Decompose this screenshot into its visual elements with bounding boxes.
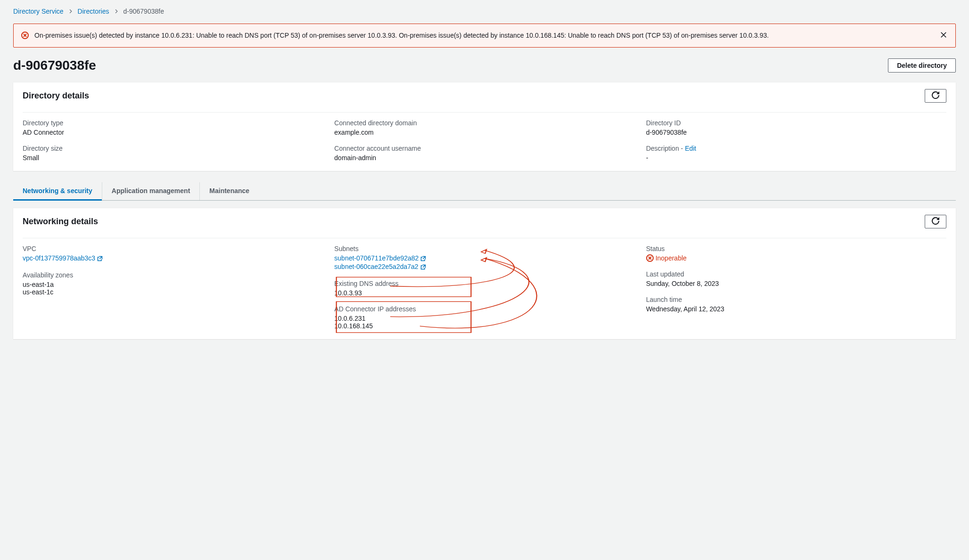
- dns-value: 10.0.3.93: [334, 289, 634, 297]
- delete-directory-button[interactable]: Delete directory: [888, 58, 956, 73]
- external-link-icon: [420, 255, 426, 263]
- username-label: Connector account username: [334, 145, 634, 152]
- launch-time-label: Launch time: [646, 296, 946, 303]
- error-icon: [21, 32, 29, 41]
- alert-message: On-premises issue(s) detected by instanc…: [34, 31, 934, 41]
- refresh-icon: [932, 91, 939, 99]
- refresh-icon: [932, 217, 939, 225]
- external-link-icon: [97, 255, 103, 263]
- adip-values: 10.0.6.231 10.0.168.145: [334, 315, 634, 330]
- last-updated-label: Last updated: [646, 270, 946, 278]
- last-updated-value: Sunday, October 8, 2023: [646, 280, 946, 287]
- status-label: Status: [646, 245, 946, 252]
- launch-time-value: Wednesday, April 12, 2023: [646, 305, 946, 313]
- breadcrumb-service-link[interactable]: Directory Service: [13, 8, 64, 15]
- domain-value: example.com: [334, 129, 634, 136]
- breadcrumb-directories-link[interactable]: Directories: [78, 8, 109, 15]
- directory-details-header: Directory details: [23, 91, 89, 101]
- domain-label: Connected directory domain: [334, 119, 634, 127]
- directory-id-label: Directory ID: [646, 119, 946, 127]
- adip-label: AD Connector IP addresses: [334, 305, 634, 313]
- networking-details-header: Networking details: [23, 217, 98, 227]
- username-value: domain-admin: [334, 154, 634, 162]
- close-icon[interactable]: [939, 31, 948, 41]
- refresh-button[interactable]: [925, 215, 946, 228]
- dns-label: Existing DNS address: [334, 280, 634, 287]
- chevron-right-icon: [114, 8, 119, 15]
- refresh-button[interactable]: [925, 89, 946, 103]
- detail-tabs: Networking & security Application manage…: [13, 182, 956, 201]
- vpc-link[interactable]: vpc-0f137759978aab3c3: [23, 254, 103, 262]
- error-alert: On-premises issue(s) detected by instanc…: [13, 24, 956, 48]
- az-values: us-east-1a us-east-1c: [23, 281, 323, 296]
- breadcrumb-current: d-90679038fe: [123, 8, 164, 15]
- directory-type-value: AD Connector: [23, 129, 323, 136]
- directory-details-panel: Directory details Directory type AD Conn…: [13, 82, 956, 171]
- tab-maintenance[interactable]: Maintenance: [199, 182, 259, 200]
- networking-details-panel: Networking details VPC vpc-0f137759978aa…: [13, 208, 956, 339]
- page-title: d-90679038fe: [13, 58, 96, 73]
- subnet-link[interactable]: subnet-060cae22e5a2da7a2: [334, 263, 426, 270]
- tab-application-management[interactable]: Application management: [102, 182, 199, 200]
- directory-size-label: Directory size: [23, 145, 323, 152]
- description-value: -: [646, 154, 946, 162]
- chevron-right-icon: [68, 8, 73, 15]
- external-link-icon: [420, 264, 426, 271]
- subnet-link[interactable]: subnet-0706711e7bde92a82: [334, 254, 426, 262]
- breadcrumb: Directory Service Directories d-90679038…: [13, 8, 956, 15]
- status-value: Inoperable: [646, 254, 946, 262]
- description-label: Description - Edit: [646, 145, 946, 152]
- error-icon: [646, 254, 654, 262]
- description-edit-link[interactable]: Edit: [685, 145, 696, 152]
- directory-id-value: d-90679038fe: [646, 129, 946, 136]
- az-label: Availability zones: [23, 271, 323, 279]
- directory-type-label: Directory type: [23, 119, 323, 127]
- vpc-label: VPC: [23, 245, 323, 252]
- subnets-label: Subnets: [334, 245, 634, 252]
- tab-networking-security[interactable]: Networking & security: [13, 182, 102, 201]
- directory-size-value: Small: [23, 154, 323, 162]
